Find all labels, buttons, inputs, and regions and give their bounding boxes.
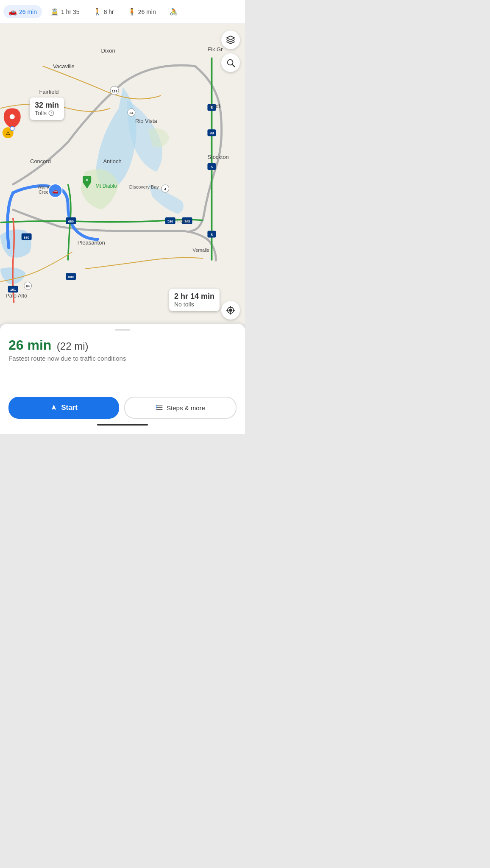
svg-text:880: 880 [24,236,30,239]
search-icon [226,58,235,67]
map-search-button[interactable] [221,53,240,72]
route-callout-32min[interactable]: 32 min Tolls [30,97,64,120]
svg-text:🚗: 🚗 [52,188,58,194]
transport-mode-walk[interactable]: 🚶 8 hr [88,5,119,18]
svg-text:5: 5 [211,233,213,237]
svg-text:99: 99 [209,131,214,135]
svg-text:84: 84 [130,111,134,115]
svg-text:Palo Alto: Palo Alto [6,292,27,299]
home-indicator [97,424,148,426]
transport-bar: 🚗 26 min 🚊 1 hr 35 🚶 8 hr 🧍 26 min 🚴 [0,0,245,24]
svg-text:Antioch: Antioch [103,158,121,164]
callout-2hr-detail: No tolls [174,301,214,308]
svg-text:Concord: Concord [30,158,51,164]
svg-text:113: 113 [111,89,117,93]
bottom-panel: 26 min (22 mi) Fastest route now due to … [0,324,245,434]
callout-32-detail: Tolls [35,110,59,117]
route-description: Fastest route now due to traffic conditi… [8,355,237,362]
drag-handle[interactable] [115,329,130,331]
transport-mode-bike[interactable]: 🚴 [164,5,183,18]
svg-text:680: 680 [68,275,74,279]
location-icon [226,306,235,315]
walk-mode-label: 8 hr [104,8,114,15]
svg-text:84: 84 [26,284,30,288]
bike-icon: 🚴 [170,8,178,16]
svg-text:Lodi: Lodi [209,103,220,109]
transit-icon: 🚊 [50,8,59,16]
svg-text:Mt Diablo: Mt Diablo [95,183,117,189]
steps-icon [156,404,163,412]
svg-text:Pleasanton: Pleasanton [78,239,105,246]
svg-text:Rio Vista: Rio Vista [135,118,157,124]
start-button[interactable]: Start [8,397,119,419]
map-layer-button[interactable] [221,31,240,49]
map-container: 113 84 4 84 5 5 5 580 880 680 680 205 10… [0,24,245,324]
svg-text:Elk Gr: Elk Gr [207,46,223,53]
walk2-mode-label: 26 min [138,8,156,15]
svg-text:▲: ▲ [85,177,89,181]
svg-point-66 [51,114,51,114]
transit-mode-label: 1 hr 35 [61,8,80,15]
car-mode-label: 26 min [19,8,37,15]
my-location-button[interactable] [221,301,240,320]
svg-point-71 [156,407,157,409]
svg-text:Discovery Bay: Discovery Bay [129,184,159,189]
info-icon [48,110,54,116]
route-time: 26 min [8,337,51,353]
car-icon: 🚗 [8,8,17,16]
nav-arrow-icon [50,404,58,412]
svg-text:Fairfield: Fairfield [39,89,58,95]
action-buttons: Start Steps & more [8,397,237,419]
svg-point-70 [156,405,157,406]
walk2-icon: 🧍 [128,8,136,16]
route-callout-2hr[interactable]: 2 hr 14 min No tolls [169,289,220,311]
svg-text:⚠: ⚠ [6,131,10,136]
svg-text:Tracy: Tracy [175,217,189,224]
svg-text:101: 101 [10,288,16,292]
svg-text:4: 4 [164,187,166,191]
transport-mode-car[interactable]: 🚗 26 min [3,5,42,18]
transport-mode-walk2[interactable]: 🧍 26 min [122,5,161,18]
svg-point-52 [10,114,15,119]
svg-text:Stockton: Stockton [207,154,228,160]
svg-point-58 [229,309,232,312]
svg-text:680: 680 [68,220,74,223]
svg-line-57 [232,64,234,67]
layer-icon [226,35,235,45]
callout-2hr-time: 2 hr 14 min [174,292,214,301]
steps-more-button[interactable]: Steps & more [124,397,237,419]
svg-text:Vernalis: Vernalis [193,248,209,253]
transport-mode-transit[interactable]: 🚊 1 hr 35 [45,5,85,18]
svg-point-55 [10,126,14,131]
svg-text:Vacaville: Vacaville [53,63,75,70]
callout-32-time: 32 min [35,101,59,110]
walk-icon: 🚶 [93,8,102,16]
route-distance: (22 mi) [57,340,89,352]
svg-text:5: 5 [211,165,213,169]
route-summary: 26 min (22 mi) [8,337,237,353]
svg-text:580: 580 [167,220,173,223]
svg-text:Dixon: Dixon [101,47,115,54]
